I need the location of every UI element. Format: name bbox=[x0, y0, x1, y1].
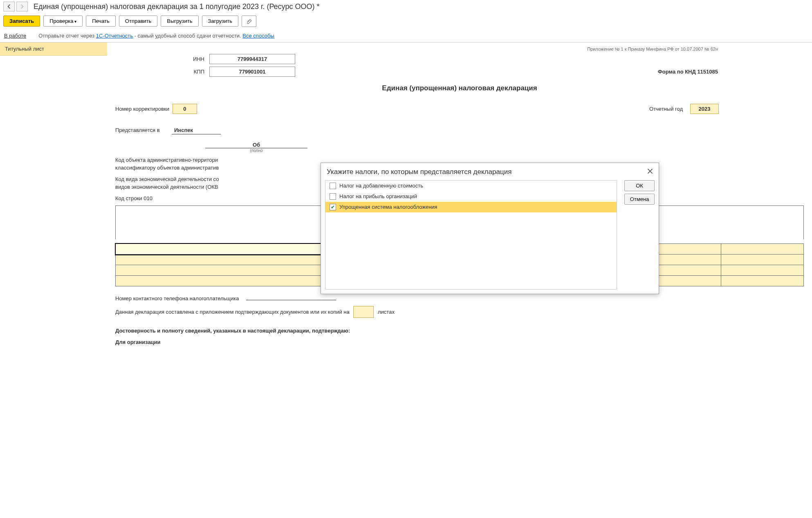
knd-label: Форма по КНД 1151085 bbox=[658, 69, 804, 75]
export-button[interactable]: Выгрузить bbox=[161, 16, 198, 27]
modal-cancel-button[interactable]: Отмена bbox=[624, 194, 655, 205]
status-text-mid: - самый удобный способ сдачи отчетности. bbox=[133, 33, 242, 39]
save-button[interactable]: Записать bbox=[3, 16, 40, 27]
option-vat-label: Налог на добавленную стоимость bbox=[339, 183, 423, 189]
attach-pages-input[interactable] bbox=[353, 306, 374, 318]
close-icon bbox=[647, 168, 653, 174]
year-value[interactable]: 2023 bbox=[690, 104, 719, 114]
send-button[interactable]: Отправить bbox=[119, 16, 157, 27]
inn-value[interactable]: 7799944317 bbox=[209, 54, 295, 64]
presented-value[interactable]: Инспек bbox=[172, 126, 221, 134]
arrow-left-icon bbox=[7, 4, 11, 9]
okato-line2: классификатору объектов административ bbox=[115, 165, 219, 171]
attach-text2: листах bbox=[378, 309, 395, 315]
paperclip-icon bbox=[246, 19, 252, 25]
checkbox-usn[interactable] bbox=[330, 204, 336, 210]
phone-label: Номер контактного телефона налогоплатель… bbox=[115, 295, 239, 301]
year-label: Отчетный год bbox=[649, 106, 687, 112]
print-button[interactable]: Печать bbox=[86, 16, 116, 27]
status-text-before: Отправьте отчет через bbox=[38, 33, 96, 39]
option-profit-tax[interactable]: Налог на прибыль организаций bbox=[325, 191, 617, 202]
option-usn[interactable]: Упрощенная система налогообложения bbox=[325, 202, 617, 212]
content-area: Приложение № 1 к Приказу Минфина РФ от 1… bbox=[107, 42, 812, 358]
modal-close-button[interactable] bbox=[647, 168, 653, 176]
confirm-text: Достоверность и полноту сведений, указан… bbox=[115, 327, 804, 335]
modal-title: Укажите налоги, по которым представляетс… bbox=[327, 168, 511, 176]
status-message: Отправьте отчет через 1С-Отчетность - са… bbox=[38, 33, 274, 39]
back-button[interactable] bbox=[3, 2, 15, 11]
okato-line1: Код объекта административно-территори bbox=[115, 157, 218, 163]
kpp-value[interactable]: 779901001 bbox=[209, 67, 295, 77]
modal-ok-button[interactable]: ОК bbox=[624, 180, 655, 191]
org-header: Об bbox=[205, 142, 307, 148]
forward-button[interactable] bbox=[16, 2, 28, 11]
correction-value[interactable]: 0 bbox=[173, 104, 197, 114]
attach-text1: Данная декларация составлена с приложени… bbox=[115, 309, 350, 315]
link-1c-reporting[interactable]: 1С-Отчетность bbox=[96, 33, 133, 39]
correction-label: Номер корректировки bbox=[115, 106, 169, 112]
attachment-button[interactable] bbox=[242, 16, 256, 27]
status-label[interactable]: В работе bbox=[4, 33, 26, 39]
arrow-right-icon bbox=[20, 4, 25, 9]
okved-line2: видов экономической деятельности (ОКВ bbox=[115, 184, 218, 190]
checkbox-profit-tax[interactable] bbox=[330, 193, 336, 200]
option-vat[interactable]: Налог на добавленную стоимость bbox=[325, 181, 617, 191]
option-profit-label: Налог на прибыль организаций bbox=[339, 193, 417, 199]
for-org-label: Для организации bbox=[115, 338, 804, 346]
attachment-note: Приложение № 1 к Приказу Минфина РФ от 1… bbox=[115, 47, 804, 51]
import-button[interactable]: Загрузить bbox=[202, 16, 238, 27]
tax-selection-modal: Укажите налоги, по которым представляетс… bbox=[321, 163, 659, 294]
modal-options-list: Налог на добавленную стоимость Налог на … bbox=[325, 180, 617, 290]
option-usn-label: Упрощенная система налогообложения bbox=[339, 204, 437, 210]
check-button[interactable]: Проверка bbox=[43, 16, 83, 27]
org-caption: (полно bbox=[205, 148, 307, 153]
inn-label: ИНН bbox=[115, 56, 209, 62]
link-all-methods[interactable]: Все способы bbox=[242, 33, 274, 39]
document-title: Единая (упрощенная) налоговая декларация bbox=[115, 84, 804, 92]
phone-input[interactable] bbox=[246, 300, 336, 300]
presented-label: Представляется в bbox=[115, 127, 168, 133]
sidebar: Титульный лист bbox=[0, 42, 107, 358]
checkbox-vat[interactable] bbox=[330, 183, 336, 189]
okved-line1: Код вида экономической деятельности со bbox=[115, 176, 219, 182]
kpp-label: КПП bbox=[115, 69, 209, 75]
page-title: Единая (упрощенная) налоговая декларация… bbox=[34, 2, 319, 11]
sidebar-item-title-page[interactable]: Титульный лист bbox=[0, 42, 107, 56]
